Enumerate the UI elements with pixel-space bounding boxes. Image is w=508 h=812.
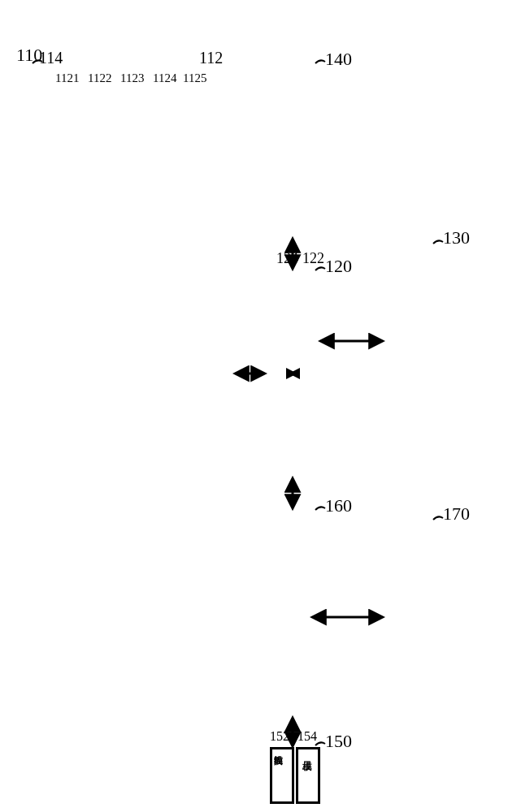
- ref-1122: 1122: [88, 71, 111, 85]
- ref-160: 160: [325, 495, 352, 516]
- ref-120: 120: [325, 256, 352, 277]
- ref-152: 152: [270, 729, 289, 744]
- ref-1123: 1123: [120, 71, 144, 85]
- ref-1121: 1121: [55, 71, 79, 85]
- ref-154: 154: [297, 729, 317, 744]
- ref-124: 124: [276, 250, 298, 267]
- ref-150: 150: [325, 731, 352, 752]
- ref-1125: 1125: [183, 71, 206, 85]
- ref-112: 112: [199, 49, 223, 67]
- block-display-module: [296, 747, 320, 804]
- ref-170: 170: [443, 503, 470, 525]
- ref-114: 114: [39, 49, 63, 67]
- overlay-clean: 触控输入模块 显示模块 140 120 124 122 130 160 170 …: [0, 0, 508, 812]
- ref-140: 140: [325, 49, 352, 70]
- block-touch-input: [270, 747, 294, 804]
- ref-122: 122: [302, 250, 324, 267]
- ref-130: 130: [443, 227, 470, 248]
- connectors: [0, 0, 508, 812]
- ref-1124: 1124: [153, 71, 176, 85]
